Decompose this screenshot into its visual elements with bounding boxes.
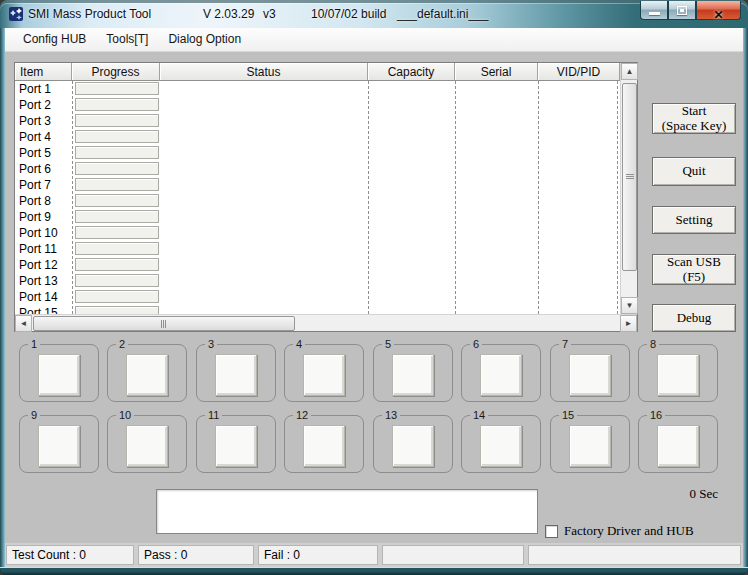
scroll-down-button[interactable]: ▼ [621,297,638,314]
table-header: Item Progress Status Capacity Serial VID… [15,63,620,81]
slot-led-indicator [303,425,345,467]
table-row[interactable]: Port 2 [15,97,620,113]
column-header-capacity[interactable]: Capacity [368,63,455,81]
scroll-right-button[interactable]: ► [620,315,637,332]
start-button-label: Start [682,104,707,119]
progress-bar [75,114,159,127]
menu-tools[interactable]: Tools[T] [96,28,158,51]
table-row[interactable]: Port 7 [15,177,620,193]
scroll-left-button[interactable]: ◄ [15,315,32,332]
quit-button[interactable]: Quit [652,157,736,186]
table-row[interactable]: Port 13 [15,273,620,289]
column-header-item[interactable]: Item [15,63,72,81]
start-button-sublabel: (Space Key) [662,119,727,134]
slot-number: 7 [559,337,571,351]
slot-group-4: 4 [284,344,364,402]
slot-number: 4 [293,337,305,351]
slot-led-indicator [657,354,699,396]
table-row[interactable]: Port 5 [15,145,620,161]
table-row[interactable]: Port 14 [15,289,620,305]
minimize-icon [649,12,660,15]
table-row[interactable]: Port 9 [15,209,620,225]
slot-led-indicator [392,425,434,467]
slot-group-8: 8 [638,344,718,402]
slot-number: 2 [116,337,128,351]
status-bar: Test Count : 0 Pass : 0 Fail : 0 [5,543,743,567]
scroll-up-button[interactable]: ▲ [621,63,638,80]
close-button[interactable]: ✕ [696,1,741,20]
table-row[interactable]: Port 4 [15,129,620,145]
port-label: Port 9 [19,210,51,224]
port-label: Port 6 [19,162,51,176]
column-header-progress[interactable]: Progress [72,63,160,81]
menu-bar: Config HUB Tools[T] Dialog Option [5,28,743,52]
column-header-serial[interactable]: Serial [455,63,538,81]
port-label: Port 14 [19,290,58,304]
start-button[interactable]: Start (Space Key) [652,103,736,134]
slot-led-indicator [38,354,80,396]
slot-group-15: 15 [550,415,630,473]
slot-number: 1 [28,337,40,351]
slot-number: 16 [647,408,665,422]
menu-config-hub[interactable]: Config HUB [13,28,96,51]
scroll-right-icon: ► [625,320,633,328]
app-icon [9,6,25,22]
maximize-icon [677,6,687,15]
table-row[interactable]: Port 6 [15,161,620,177]
window-frame-right [743,28,748,569]
slot-group-12: 12 [284,415,364,473]
vertical-scrollbar[interactable]: ▲ ▼ [620,63,637,314]
title-bar[interactable]: SMI Mass Product Tool V 2.03.29 v3 10/07… [0,0,748,28]
scroll-thumb-grip [161,320,162,328]
scroll-up-icon: ▲ [626,68,634,76]
slot-group-13: 13 [373,415,453,473]
slot-led-indicator [657,425,699,467]
slot-led-indicator [126,425,168,467]
scan-usb-button[interactable]: Scan USB (F5) [652,254,736,285]
horizontal-scrollbar[interactable]: ◄ ► [15,314,637,331]
table-row[interactable]: Port 12 [15,257,620,273]
port-label: Port 15 [19,306,58,314]
maximize-button[interactable] [668,1,696,20]
port-label: Port 12 [19,258,58,272]
progress-bar [75,178,159,191]
table-row[interactable]: Port 1 [15,81,620,97]
vertical-scroll-thumb[interactable] [622,83,637,271]
menu-dialog-option[interactable]: Dialog Option [158,28,251,51]
setting-button[interactable]: Setting [652,206,736,234]
slot-led-indicator [392,354,434,396]
elapsed-time-label: 0 Sec [568,486,718,502]
column-header-vidpid[interactable]: VID/PID [538,63,620,81]
slot-group-10: 10 [107,415,187,473]
table-row[interactable]: Port 3 [15,113,620,129]
table-row[interactable]: Port 8 [15,193,620,209]
factory-driver-checkbox[interactable] [545,525,558,538]
table-row[interactable]: Port 15 [15,305,620,314]
slot-group-11: 11 [196,415,276,473]
progress-bar [75,98,159,111]
column-divider [368,81,369,314]
port-label: Port 7 [19,178,51,192]
column-divider [617,81,618,314]
close-icon: ✕ [713,8,723,22]
column-header-status[interactable]: Status [160,63,368,81]
factory-driver-checkbox-label: Factory Driver and HUB [564,523,694,539]
log-output-box[interactable] [156,489,538,534]
port-label: Port 13 [19,274,58,288]
progress-bar [75,82,159,95]
column-divider [72,81,73,314]
slot-number: 9 [28,408,40,422]
table-row[interactable]: Port 10 [15,225,620,241]
table-row[interactable]: Port 11 [15,241,620,257]
port-label: Port 3 [19,114,51,128]
minimize-button[interactable] [640,1,668,20]
slot-led-indicator [480,425,522,467]
status-test-count: Test Count : 0 [6,545,134,565]
slot-number: 3 [205,337,217,351]
progress-bar [75,146,159,159]
port-label: Port 5 [19,146,51,160]
slot-number: 15 [559,408,577,422]
horizontal-scroll-thumb[interactable] [33,316,295,331]
window-version-tag: v3 [263,7,276,21]
debug-button[interactable]: Debug [652,304,736,332]
